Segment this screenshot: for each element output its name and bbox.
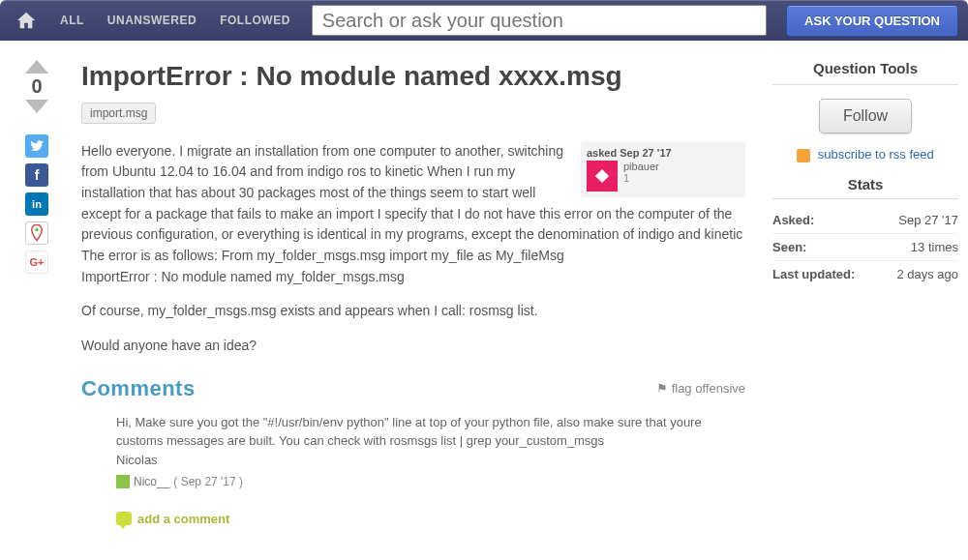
tag-row: import.msg bbox=[81, 103, 745, 124]
comment-meta: Nico__ ( Sep 27 '17 ) bbox=[116, 475, 745, 488]
body-error-line: ImportError : No module named my_folder_… bbox=[81, 269, 405, 284]
tag-import-msg[interactable]: import.msg bbox=[81, 103, 156, 124]
stats-title: Stats bbox=[772, 176, 958, 199]
nav-all[interactable]: ALL bbox=[48, 14, 96, 27]
author-karma: 1 bbox=[623, 172, 659, 184]
flag-label: flag offensive bbox=[672, 381, 745, 396]
googleplus-icon[interactable]: G+ bbox=[25, 251, 48, 274]
social-share: f in G+ bbox=[25, 134, 48, 274]
vote-count: 0 bbox=[31, 75, 42, 98]
right-sidebar: Question Tools Follow subscribe to rss f… bbox=[755, 60, 958, 526]
search-input[interactable] bbox=[312, 5, 767, 36]
comments-title: Comments bbox=[81, 376, 196, 401]
top-nav: ALL UNANSWERED FOLLOWED ASK YOUR QUESTIO… bbox=[0, 0, 968, 41]
question-body-wrap: asked Sep 27 '17 pibauer 1 Hello everyon… bbox=[81, 141, 745, 357]
author-card: asked Sep 27 '17 pibauer 1 bbox=[581, 141, 745, 197]
question-tools-title: Question Tools bbox=[772, 60, 958, 85]
question-title: ImportError : No module named xxxx.msg bbox=[81, 60, 745, 93]
facebook-icon[interactable]: f bbox=[25, 163, 48, 187]
twitter-icon[interactable] bbox=[25, 134, 48, 158]
stat-updated-value: 2 days ago bbox=[896, 267, 958, 281]
comment-user[interactable]: Nico__ bbox=[134, 475, 169, 488]
comment-item: Hi, Make sure you got the "#!/usr/bin/en… bbox=[81, 401, 745, 496]
stat-asked-label: Asked: bbox=[772, 213, 814, 227]
stat-seen-value: 13 times bbox=[911, 240, 958, 254]
stat-asked: Asked: Sep 27 '17 bbox=[772, 207, 958, 234]
linkedin-icon[interactable]: in bbox=[25, 192, 48, 216]
ask-question-button[interactable]: ASK YOUR QUESTION bbox=[786, 5, 958, 37]
left-rail: 0 f in G+ bbox=[10, 60, 64, 526]
add-comment-label: add a comment bbox=[137, 512, 229, 526]
comment-signature: Nicolas bbox=[116, 453, 745, 467]
svg-point-0 bbox=[35, 228, 39, 232]
upvote-icon[interactable] bbox=[25, 60, 48, 74]
search-wrapper bbox=[312, 5, 767, 36]
nav-unanswered[interactable]: UNANSWERED bbox=[96, 14, 208, 27]
author-name[interactable]: pibauer bbox=[623, 161, 659, 172]
nav-links: ALL UNANSWERED FOLLOWED bbox=[48, 14, 302, 27]
comments-header: Comments ⚑ flag offensive bbox=[81, 376, 745, 401]
rss-icon[interactable] bbox=[797, 149, 810, 162]
page-body: 0 f in G+ ImportError : No module named … bbox=[0, 41, 968, 536]
add-comment-link[interactable]: add a comment bbox=[81, 512, 745, 526]
stat-seen-label: Seen: bbox=[772, 240, 806, 254]
main-column: ImportError : No module named xxxx.msg i… bbox=[64, 60, 755, 526]
nav-followed[interactable]: FOLLOWED bbox=[208, 14, 302, 27]
author-avatar[interactable] bbox=[587, 161, 618, 192]
comment-bubble-icon bbox=[116, 512, 132, 525]
stat-updated-label: Last updated: bbox=[772, 267, 855, 281]
rss-link[interactable]: subscribe to rss feed bbox=[818, 147, 934, 162]
comment-text: Hi, Make sure you got the "#!/usr/bin/en… bbox=[116, 413, 745, 451]
vote-widget: 0 bbox=[25, 60, 48, 113]
downvote-icon[interactable] bbox=[25, 100, 48, 113]
rss-row: subscribe to rss feed bbox=[772, 147, 958, 162]
body-paragraph-3: Would anyone have an idea? bbox=[81, 336, 745, 357]
asked-label: asked Sep 27 '17 bbox=[587, 147, 738, 159]
body-paragraph-2: Of course, my_folder_msgs.msg exists and… bbox=[81, 301, 745, 322]
follow-button[interactable]: Follow bbox=[819, 99, 912, 133]
comment-date: ( Sep 27 '17 ) bbox=[173, 475, 243, 488]
flag-offensive-link[interactable]: ⚑ flag offensive bbox=[656, 381, 745, 396]
stat-updated: Last updated: 2 days ago bbox=[772, 261, 958, 287]
stat-seen: Seen: 13 times bbox=[772, 234, 958, 261]
home-icon[interactable] bbox=[10, 4, 43, 37]
location-icon[interactable] bbox=[25, 221, 48, 245]
stat-asked-value: Sep 27 '17 bbox=[898, 213, 958, 227]
comment-avatar[interactable] bbox=[116, 475, 130, 488]
flag-icon: ⚑ bbox=[656, 381, 668, 396]
